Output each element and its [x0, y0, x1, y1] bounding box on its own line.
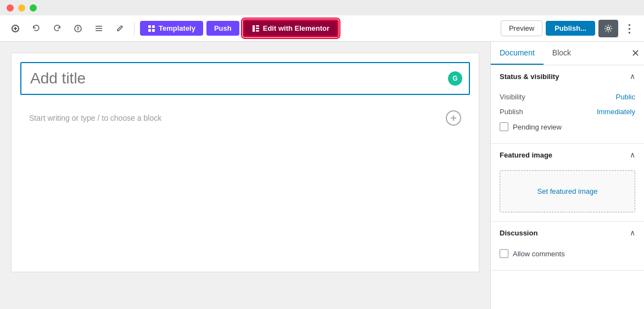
featured-image-section: Featured image ∧ Set featured image: [491, 144, 644, 222]
svg-rect-14: [256, 25, 259, 27]
block-hint-row: Start writing or type / to choose a bloc…: [12, 104, 479, 132]
visibility-value[interactable]: Public: [616, 93, 635, 101]
discussion-chevron-up-icon: ∧: [630, 228, 635, 237]
close-button[interactable]: [7, 4, 14, 12]
svg-rect-12: [152, 29, 155, 32]
more-options-button[interactable]: ⋮: [621, 22, 637, 35]
pending-review-checkbox[interactable]: [500, 122, 508, 131]
push-button[interactable]: Push: [206, 21, 239, 36]
title-bar: [0, 0, 644, 15]
svg-point-17: [607, 27, 610, 30]
status-visibility-body: Visibility Public Publish Immediately Pe…: [491, 87, 644, 143]
status-visibility-title: Status & visibility: [500, 72, 630, 81]
pending-review-row: Pending review: [500, 119, 635, 134]
allow-comments-label: Allow comments: [513, 250, 565, 258]
chevron-up-icon: ∧: [630, 72, 635, 81]
list-view-button[interactable]: [90, 20, 108, 37]
status-visibility-header[interactable]: Status & visibility ∧: [491, 65, 644, 87]
sidebar-close-button[interactable]: ✕: [631, 47, 640, 59]
publish-button[interactable]: Publish...: [546, 21, 595, 36]
tab-document[interactable]: Document: [491, 42, 544, 65]
tab-block[interactable]: Block: [544, 42, 580, 65]
set-featured-image-button[interactable]: Set featured image: [500, 170, 635, 212]
minimize-button[interactable]: [18, 4, 25, 12]
main-layout: G Start writing or type / to choose a bl…: [0, 42, 644, 309]
visibility-row: Visibility Public: [500, 89, 635, 104]
svg-rect-11: [148, 29, 151, 32]
toolbar-divider: [134, 22, 135, 35]
discussion-title: Discussion: [500, 229, 630, 237]
sidebar: Document Block ✕ Status & visibility ∧ V…: [490, 42, 644, 309]
discussion-section: Discussion ∧ Allow comments: [491, 222, 644, 271]
publish-value[interactable]: Immediately: [597, 108, 635, 116]
undo-button[interactable]: [27, 20, 45, 37]
templately-button[interactable]: Templately: [140, 21, 203, 36]
add-block-inline-button[interactable]: [446, 110, 461, 126]
publish-label: Publish: [500, 108, 597, 116]
featured-image-title: Featured image: [500, 151, 630, 159]
publish-row: Publish Immediately: [500, 104, 635, 119]
discussion-body: Allow comments: [491, 244, 644, 270]
svg-rect-13: [253, 25, 255, 32]
svg-rect-9: [148, 25, 151, 28]
svg-rect-16: [256, 30, 259, 32]
pending-review-label: Pending review: [513, 123, 562, 131]
featured-image-header[interactable]: Featured image ∧: [491, 144, 644, 166]
status-visibility-section: Status & visibility ∧ Visibility Public …: [491, 65, 644, 144]
maximize-button[interactable]: [30, 4, 37, 12]
editor-area: G Start writing or type / to choose a bl…: [0, 42, 490, 309]
allow-comments-checkbox[interactable]: [500, 249, 508, 258]
grammarly-icon: G: [448, 71, 462, 86]
preview-button[interactable]: Preview: [501, 20, 542, 36]
svg-rect-6: [96, 26, 102, 27]
sidebar-header: Document Block ✕: [491, 42, 644, 65]
svg-rect-7: [96, 28, 102, 29]
post-title-input[interactable]: [30, 70, 460, 87]
toolbar: Templately Push Edit with Elementor Prev…: [0, 15, 644, 42]
featured-image-chevron-up-icon: ∧: [630, 150, 635, 159]
allow-comments-row: Allow comments: [500, 246, 635, 261]
featured-image-body: Set featured image: [491, 166, 644, 221]
discussion-header[interactable]: Discussion ∧: [491, 222, 644, 244]
svg-point-5: [78, 27, 79, 27]
edit-pen-button[interactable]: [111, 20, 128, 37]
svg-rect-15: [256, 27, 259, 29]
info-button[interactable]: [69, 20, 87, 37]
edit-with-elementor-button[interactable]: Edit with Elementor: [243, 19, 339, 37]
block-hint-text: Start writing or type / to choose a bloc…: [29, 114, 161, 122]
title-area[interactable]: G: [20, 62, 470, 95]
settings-button[interactable]: [598, 20, 618, 37]
svg-rect-10: [152, 25, 155, 28]
visibility-label: Visibility: [500, 93, 616, 101]
redo-button[interactable]: [48, 20, 66, 37]
editor-content: G Start writing or type / to choose a bl…: [11, 53, 479, 272]
svg-rect-8: [96, 30, 102, 31]
add-block-toolbar-button[interactable]: [7, 20, 24, 37]
